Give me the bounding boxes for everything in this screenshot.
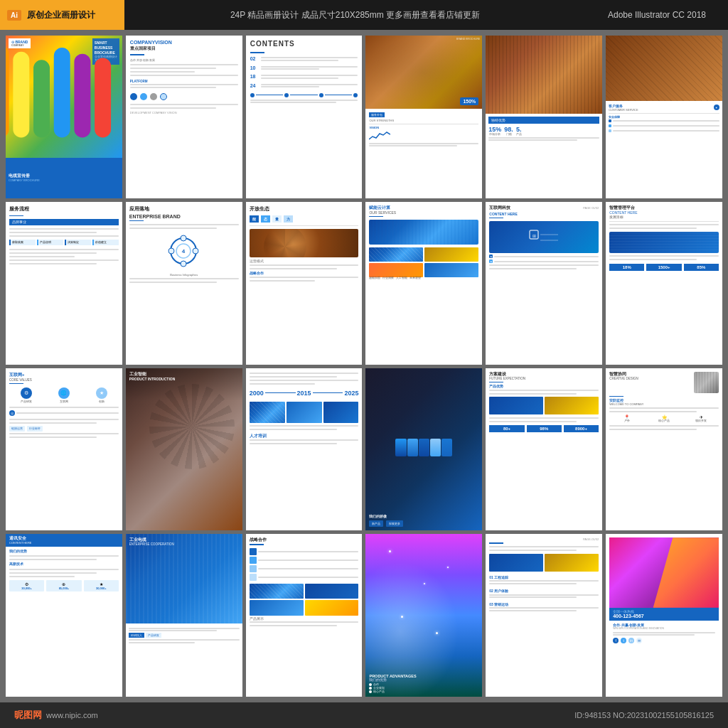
vision-subtitle: 重点国家项目 — [130, 46, 238, 51]
contents-title: CONTENTS — [250, 40, 358, 48]
page-num: PAGE-01/02 — [489, 537, 599, 541]
footer-id: ID:948153 NO:20231002155105816125 — [574, 711, 714, 719]
cloud-img1 — [369, 247, 423, 262]
security-image — [606, 36, 722, 101]
future-img2 — [545, 397, 599, 414]
footer-nipic-text: 昵图网 — [14, 709, 42, 722]
footer-url: www.nipic.com — [46, 711, 98, 719]
cloud-image — [369, 220, 478, 245]
svg-point-3 — [181, 235, 186, 241]
future-img1 — [489, 397, 543, 414]
card-hotline: 全国一体热线 400-123-4567 合作·共赢·创新·发展 WIN-WIN … — [606, 534, 722, 697]
cloud-img3 — [369, 263, 423, 277]
vision-dots — [130, 93, 238, 100]
svg-point-4 — [193, 248, 198, 254]
card-ecosystem: 开放生态 能 态 量 力 运营模式 战略合作 — [246, 202, 363, 365]
ecosystem-image — [250, 229, 359, 257]
smart-image — [609, 232, 719, 253]
card-security: 客户服务 CUSTOMER SERVICE ✦ 安全保障 — [606, 36, 722, 198]
card-product-adv: PRODUCT ADVANTAGES 我们的优势 合作 企业规划 核心产品 — [365, 534, 482, 697]
flow-subtitle: 品牌事业 — [9, 219, 119, 225]
stat-150: 150% — [460, 97, 478, 105]
security-content: 客户服务 CUSTOMER SERVICE ✦ 安全保障 — [606, 101, 722, 198]
year-img3 — [323, 402, 359, 423]
card-service-flow: 服务流程 品牌事业 获取线索 产品说明 决策制定 价值建立 — [6, 202, 122, 365]
cover-image: ⊙ BRAND COMPANY SMART BUSINESS BROCHURE … — [6, 36, 122, 158]
cover-bottom: 电缆宣传册 COMPANY BROCHURE — [6, 158, 122, 198]
header-left: Ai 原创企业画册设计 — [0, 0, 124, 30]
year-img1 — [250, 402, 285, 423]
strategy-img1 — [250, 584, 304, 599]
vision-slogan: 合作·开放·创新·发展 — [130, 58, 238, 62]
svg-text:⊞: ⊞ — [532, 234, 536, 238]
card-cover: ⊙ BRAND COMPANY SMART BUSINESS BROCHURE … — [6, 36, 122, 198]
iplus-title: 互联网+ — [9, 372, 119, 378]
cover-brand: ⊙ BRAND COMPANY — [9, 38, 31, 48]
card-years: 2000 2015 2025 人才培训 — [246, 368, 363, 531]
card-comm-safety: 通讯安全 CONTENT HERE 我们的优势 高新技术 ⚙ 30,000+ ⊕… — [6, 534, 122, 697]
contents-item-3: 18 — [250, 74, 358, 80]
footer-logo: 昵图网 www.nipic.com — [14, 709, 98, 722]
hotline-content: 全国一体热线 400-123-4567 — [609, 608, 719, 621]
card-internet-tech: 互联网科技 PAGE 01/02 CONTENT HERE ⊞ ▶ ▶ — [486, 202, 602, 365]
contents-item-4: 24 — [250, 82, 358, 89]
card-page-info: PAGE-01/02 01 工程追踪 02 用户体验 03 营销运动 — [486, 534, 602, 697]
card-cable-cross: 我们的骄傲 新产品 探索更多 — [365, 368, 482, 531]
contents-item-1: 02 — [250, 56, 358, 63]
ai-badge: Ai — [7, 10, 21, 21]
flow-title: 服务流程 — [9, 205, 119, 213]
fiber-image: PRODUCT ADVANTAGES 我们的优势 合作 企业规划 核心产品 — [365, 534, 482, 697]
svg-point-6 — [168, 248, 174, 254]
card-future: 方案建设 FUTURE EXPECTATION 产品优势 80+ 98% 890… — [486, 368, 602, 531]
card-smart-mgmt: 智慧管理平台 CONTENT HERE 发展目标 18% 1500+ 85% — [606, 202, 722, 365]
ind-cable-bottom: 科研投入 产品研发 — [126, 623, 242, 697]
enterprise-subtitle: ENTERPRISE BRAND — [129, 214, 239, 219]
safety-header: 通讯安全 CONTENT HERE — [6, 534, 122, 547]
services-image: BRAND BROCHURE 150% — [365, 36, 482, 109]
cable-bottom: 独特优势 15% 市场分析 98. 门槛 5. 产品 — [486, 114, 602, 198]
ecosystem-title: 开放生态 — [250, 205, 359, 213]
cloud-img2 — [424, 247, 478, 262]
tech-image: ⊞ — [489, 221, 599, 253]
strategy-img4 — [305, 600, 359, 616]
tech-title: 互联网科技 — [489, 205, 510, 210]
footer: 昵图网 www.nipic.com ID:948153 NO:202310021… — [0, 702, 728, 728]
vision-title: COMPANYVISION — [130, 40, 238, 45]
strategy-img2 — [305, 584, 359, 599]
cover-title-overlay: SMART BUSINESS BROCHURE 企业宣传画册设计方案 — [92, 38, 119, 65]
svg-point-5 — [181, 261, 186, 267]
cloud-title: 赋能云计算 — [369, 205, 478, 210]
header-bar: Ai 原创企业画册设计 24P 精品画册设计 成品尺寸210X285mm 更多画… — [0, 0, 728, 30]
strategy-title: 战略合作 — [250, 537, 359, 542]
enterprise-title: 应用落地 — [129, 205, 239, 213]
svg-text:4: 4 — [182, 248, 186, 255]
page-img2 — [545, 554, 599, 572]
card-vision: COMPANYVISION 重点国家项目 合作·开放·创新·发展 PLATFOR… — [126, 36, 242, 198]
cable-title: 独特优势 — [488, 117, 599, 124]
smart-mgmt-title: 智慧管理平台 — [609, 205, 719, 210]
header-title: 原创企业画册设计 — [27, 9, 95, 21]
hotline-image — [609, 537, 719, 607]
card-enterprise: 应用落地 ENTERPRISE BRAND 4 Business Infogra… — [126, 202, 242, 365]
card-cloud: 赋能云计算 OUR SERVICES 超能加固 行业洞察 人工智能 未来塑望 — [365, 202, 482, 365]
cable-cross-image: 我们的骄傲 新产品 探索更多 — [365, 368, 482, 531]
ind-cable-image: 工业电缆 ENTERPRISE COOPERATION — [126, 534, 242, 623]
cover-bottom-text: 电缆宣传册 — [9, 173, 119, 178]
header-center: 24P 精品画册设计 成品尺寸210X285mm 更多画册查看看店铺更新 — [124, 9, 586, 21]
card-industrial-cable: 工业电缆 ENTERPRISE COOPERATION 科研投入 产品研发 — [126, 534, 242, 697]
header-right: Adobe Illustrator CC 2018 — [586, 10, 728, 20]
card-smart-contract: 智慧协同 CREATIVE DESIGN 安防监控 WELCOME TO COM… — [606, 368, 722, 531]
industrial-image: 工业智能 PRODUCT INTRODUCTION — [126, 368, 242, 531]
contents-item-2: 10 — [250, 65, 358, 71]
cloud-img4 — [424, 263, 478, 277]
strategy-img3 — [250, 600, 304, 616]
card-contents: CONTENTS 02 10 18 24 — [246, 36, 363, 198]
card-internet-plus: 互联网+ CORE VALUES ⚙ 产品研发 🌐 互联网 ★ 创新 ◎ 链接运… — [6, 368, 122, 531]
card-strategy: 战略合作 产品展示 — [246, 534, 363, 697]
card-services-outer: BRAND BROCHURE 150% 服务外包 OUR STRENGTHS V… — [365, 36, 482, 198]
year-img2 — [287, 402, 322, 423]
services-bottom: 服务外包 OUR STRENGTHS VISION — [365, 109, 482, 198]
cable-brown-image — [486, 36, 602, 114]
future-title: 方案建设 — [489, 372, 599, 377]
card-cable-stats: 独特优势 15% 市场分析 98. 门槛 5. 产品 — [486, 36, 602, 198]
